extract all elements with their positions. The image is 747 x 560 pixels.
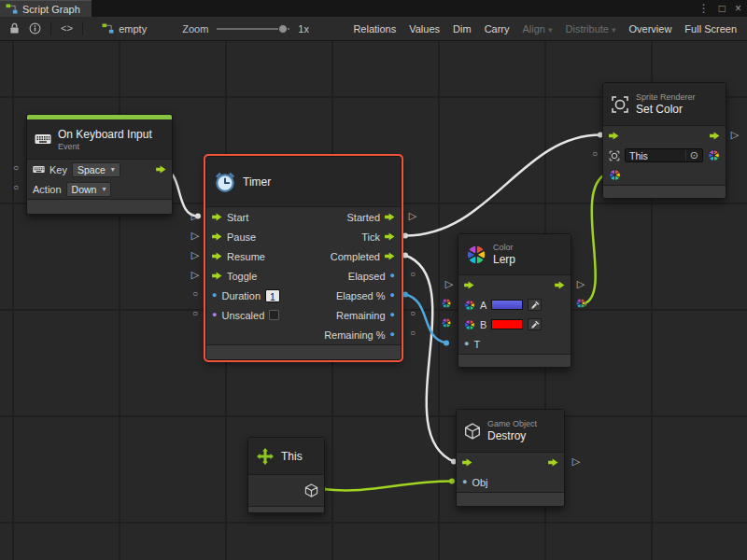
value-in-port-icon[interactable]: ● — [464, 340, 469, 348]
eyedropper-button[interactable] — [528, 318, 542, 330]
flow-port-icon[interactable]: ▷ — [577, 279, 585, 289]
sprite-renderer-icon — [609, 150, 620, 161]
flow-port-icon[interactable]: ▷ — [191, 211, 199, 221]
distribute-button[interactable]: Distribute▾ — [559, 17, 623, 41]
flow-port-icon[interactable]: ▷ — [445, 279, 453, 289]
zoom-slider-handle[interactable] — [278, 24, 288, 34]
color-wheel-port-icon[interactable] — [576, 299, 586, 309]
action-dropdown[interactable]: Down ▾ — [66, 182, 112, 197]
flow-port-icon[interactable]: ▷ — [572, 456, 580, 467]
object-picker-icon[interactable]: ⊙ — [685, 150, 698, 161]
flow-in-port-icon[interactable] — [464, 281, 474, 289]
align-button[interactable]: Align▾ — [516, 17, 559, 41]
eyedropper-button[interactable] — [528, 299, 542, 311]
timer-input-label: Unscaled — [221, 310, 264, 321]
code-view-button[interactable]: <> — [57, 23, 77, 35]
value-out-port-icon[interactable]: ● — [390, 272, 395, 280]
flow-port-icon[interactable]: ▷ — [731, 130, 739, 140]
color-wheel-port-icon[interactable] — [442, 318, 452, 329]
flow-out-port-icon[interactable] — [156, 165, 166, 174]
flow-out-port-icon[interactable] — [710, 132, 720, 140]
node-header[interactable]: This — [248, 438, 324, 475]
value-in-port-icon[interactable]: ● — [212, 311, 217, 319]
value-in-port-icon[interactable]: ● — [462, 478, 467, 486]
value-port-icon[interactable]: ○ — [192, 289, 198, 299]
node-header[interactable]: Game Object Destroy — [457, 410, 564, 453]
node-category: Sprite Renderer — [636, 92, 696, 102]
node-header[interactable]: On Keyboard Input Event — [27, 119, 172, 160]
flow-out-port-icon[interactable] — [385, 252, 395, 260]
value-port-icon[interactable]: ○ — [192, 309, 198, 318]
gameobject-cube-icon — [464, 423, 481, 440]
value-port-icon[interactable]: ○ — [13, 183, 19, 192]
carry-button[interactable]: Carry — [478, 17, 516, 41]
flow-port-icon[interactable]: ▷ — [191, 231, 199, 241]
flow-out-port-icon[interactable] — [385, 213, 395, 221]
flow-in-port-icon[interactable] — [212, 252, 222, 260]
color-wheel-in-port-icon[interactable] — [609, 169, 621, 181]
flow-in-port-icon[interactable] — [212, 232, 222, 241]
flow-in-port-icon[interactable] — [462, 458, 472, 467]
value-in-port-icon[interactable]: ● — [212, 291, 217, 300]
gameobject-out-port-icon[interactable] — [304, 483, 318, 497]
flow-port-icon[interactable]: ▷ — [409, 211, 416, 221]
value-out-port-icon[interactable]: ● — [390, 311, 395, 319]
node-on-keyboard-input[interactable]: On Keyboard Input Event Key Space ▾ Acti — [26, 114, 173, 215]
color-b-swatch[interactable] — [491, 319, 523, 329]
node-header[interactable]: Color Lerp — [458, 234, 571, 275]
lock-button[interactable] — [4, 19, 24, 39]
flow-in-port-icon[interactable] — [212, 272, 222, 280]
value-port-icon[interactable]: ○ — [13, 163, 19, 173]
fullscreen-button[interactable]: Full Screen — [678, 17, 743, 41]
node-header[interactable]: Sprite Renderer Set Color — [603, 83, 726, 126]
graph-canvas[interactable]: On Keyboard Input Event Key Space ▾ Acti — [0, 41, 747, 560]
color-wheel-out-port-icon[interactable] — [708, 149, 720, 161]
node-title: Destroy — [487, 429, 537, 442]
window-menu-icon[interactable]: ⋮ — [698, 0, 710, 17]
node-this[interactable]: This — [247, 437, 325, 513]
move-crosshair-icon — [256, 447, 275, 466]
target-object-field[interactable]: This ⊙ — [625, 148, 703, 162]
flow-out-port-icon[interactable] — [385, 232, 395, 241]
value-port-icon[interactable]: ○ — [410, 329, 416, 338]
timer-output-label: Elapsed — [348, 271, 386, 282]
node-footer — [27, 199, 172, 214]
unscaled-checkbox[interactable] — [269, 310, 279, 320]
value-port-icon[interactable]: ○ — [410, 270, 416, 279]
color-a-swatch[interactable] — [491, 300, 523, 310]
zoom-slider[interactable] — [217, 28, 289, 30]
info-icon — [29, 22, 41, 35]
tab-script-graph[interactable]: Script Graph — [0, 0, 92, 17]
color-wheel-port-icon[interactable] — [442, 299, 452, 309]
node-color-lerp[interactable]: Color Lerp A B — [458, 233, 571, 368]
maximize-icon[interactable]: □ — [719, 0, 726, 17]
graph-asset-breadcrumb[interactable]: empty — [102, 23, 147, 35]
flow-out-port-icon[interactable] — [548, 458, 558, 467]
value-out-port-icon[interactable]: ● — [390, 291, 395, 300]
dim-button[interactable]: Dim — [446, 17, 478, 41]
flow-in-port-icon[interactable] — [212, 213, 222, 221]
node-timer[interactable]: Timer Start Started Pause Tick Resume Co… — [205, 156, 402, 360]
flow-in-port-icon[interactable] — [609, 132, 619, 140]
node-set-color[interactable]: Sprite Renderer Set Color This ⊙ — [602, 82, 726, 199]
node-header[interactable]: Timer — [206, 157, 401, 207]
value-port-icon[interactable]: ○ — [410, 309, 416, 318]
align-label: Align — [523, 23, 545, 35]
duration-input[interactable]: 1 — [265, 289, 280, 302]
node-title: Lerp — [493, 253, 515, 266]
flow-port-icon[interactable]: ▷ — [191, 250, 199, 260]
flow-out-port-icon[interactable] — [555, 281, 565, 289]
value-port-icon[interactable]: ○ — [592, 149, 598, 159]
obj-label: Obj — [472, 477, 487, 488]
key-dropdown[interactable]: Space ▾ — [72, 162, 120, 177]
values-button[interactable]: Values — [402, 17, 446, 41]
close-icon[interactable]: × — [735, 0, 741, 17]
overview-button[interactable]: Overview — [623, 17, 679, 41]
wire-timer-tick-to-setcolor[interactable] — [405, 135, 600, 236]
value-out-port-icon[interactable]: ● — [390, 330, 395, 339]
node-destroy[interactable]: Game Object Destroy ●Obj — [456, 409, 565, 507]
wire-this-to-destroy-obj[interactable] — [323, 482, 452, 491]
flow-port-icon[interactable]: ▷ — [191, 270, 199, 280]
info-button[interactable] — [24, 19, 45, 39]
relations-button[interactable]: Relations — [346, 17, 402, 41]
